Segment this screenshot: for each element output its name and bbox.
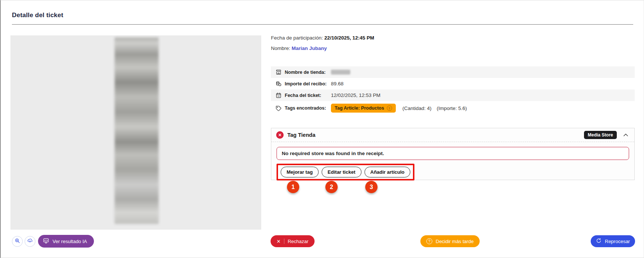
screen-icon — [43, 237, 49, 245]
annotation-marker-3: 3 — [365, 181, 378, 193]
title-divider — [12, 24, 633, 25]
receipt-amount-row: Importe del recibo: 89.68 — [271, 78, 635, 89]
participation-date-line: Fecha de participación: 22/10/2025, 12:4… — [271, 35, 374, 41]
tag-amount-text: (Importe: 5.6) — [437, 106, 467, 111]
storefront-icon — [275, 69, 282, 75]
ticket-date-value: 12/02/2025, 12:53 PM — [331, 92, 381, 98]
store-name-redacted-value — [331, 70, 350, 75]
tag-help-icon[interactable]: ? — [387, 106, 392, 111]
store-type-badge: Media Store — [584, 131, 617, 139]
annotation-marker-1: 1 — [287, 181, 299, 193]
receipt-image-blurred — [115, 38, 158, 224]
decide-later-button[interactable]: ? Decidir más tarde — [420, 235, 480, 247]
calendar-icon: 03 — [275, 92, 282, 98]
add-article-button[interactable]: Añadir artículo — [364, 167, 411, 177]
participant-name-line: Nombre: Marian Jubany — [271, 45, 327, 51]
participant-name-label: Nombre: — [271, 45, 290, 51]
close-icon: ✕ — [277, 239, 281, 244]
chevron-up-icon[interactable] — [622, 131, 629, 139]
store-error-message: No required store was found in the recei… — [277, 147, 629, 160]
tag-store-panel-header: ✕ Tag Tienda Media Store — [271, 128, 634, 142]
page-title: Detalle del ticket — [12, 12, 63, 19]
participation-date-value: 22/10/2025, 12:45 PM — [324, 35, 374, 41]
coins-icon — [275, 81, 282, 87]
tag-article-badge-label: Tag Article: Productos — [335, 106, 384, 111]
ticket-date-label: Fecha del ticket: — [285, 93, 329, 98]
refresh-icon — [596, 238, 602, 245]
tag-icon — [275, 105, 282, 111]
download-button[interactable] — [25, 236, 35, 247]
store-name-row: Nombre de tienda: — [271, 66, 635, 78]
reject-button-label: Rechazar — [288, 239, 309, 244]
tag-quantity-text: (Cantidad: 4) — [402, 106, 432, 111]
view-ai-result-label: Ver resultado IA — [53, 239, 87, 244]
reject-button[interactable]: ✕ Rechazar — [271, 235, 315, 247]
zoom-in-button[interactable] — [12, 236, 23, 247]
tags-found-row: Tags encontrados: Tag Article: Productos… — [271, 101, 635, 115]
button-divider — [284, 239, 284, 244]
reprocess-button-label: Reprocesar — [605, 239, 630, 244]
magnifier-plus-icon — [15, 238, 20, 245]
participation-date-label: Fecha de participación: — [271, 35, 323, 41]
annotation-highlight-box: Mejorar tag Editar ticket Añadir artícul… — [277, 164, 414, 180]
reprocess-button[interactable]: Reprocesar — [591, 235, 635, 247]
tags-found-label: Tags encontrados: — [285, 106, 329, 111]
receipt-preview-panel — [10, 35, 261, 230]
tag-store-panel-title: Tag Tienda — [287, 132, 315, 138]
view-ai-result-button[interactable]: Ver resultado IA — [38, 235, 94, 248]
cloud-download-icon — [27, 238, 33, 245]
ticket-detail-page: Detalle del ticket Ver resultado IA Fech… — [0, 0, 644, 258]
receipt-amount-label: Importe del recibo: — [285, 81, 329, 86]
tag-store-panel: ✕ Tag Tienda Media Store No required sto… — [271, 128, 635, 180]
question-circle-icon: ? — [426, 238, 432, 244]
decide-later-button-label: Decidir más tarde — [436, 239, 474, 244]
annotation-marker-2: 2 — [325, 181, 338, 193]
store-name-label: Nombre de tienda: — [285, 70, 329, 75]
receipt-amount-value: 89.68 — [331, 81, 344, 86]
error-circle-icon: ✕ — [276, 131, 284, 139]
improve-tag-button[interactable]: Mejorar tag — [281, 167, 319, 177]
ticket-info-table: Nombre de tienda: Importe del recibo: 89… — [271, 66, 635, 115]
tag-store-panel-body: No required store was found in the recei… — [271, 142, 634, 180]
svg-text:03: 03 — [278, 95, 280, 97]
tag-article-badge[interactable]: Tag Article: Productos ? — [331, 104, 396, 113]
ticket-date-row: 03 Fecha del ticket: 12/02/2025, 12:53 P… — [271, 89, 635, 101]
participant-name-link[interactable]: Marian Jubany — [292, 45, 327, 51]
edit-ticket-button[interactable]: Editar ticket — [322, 167, 361, 177]
